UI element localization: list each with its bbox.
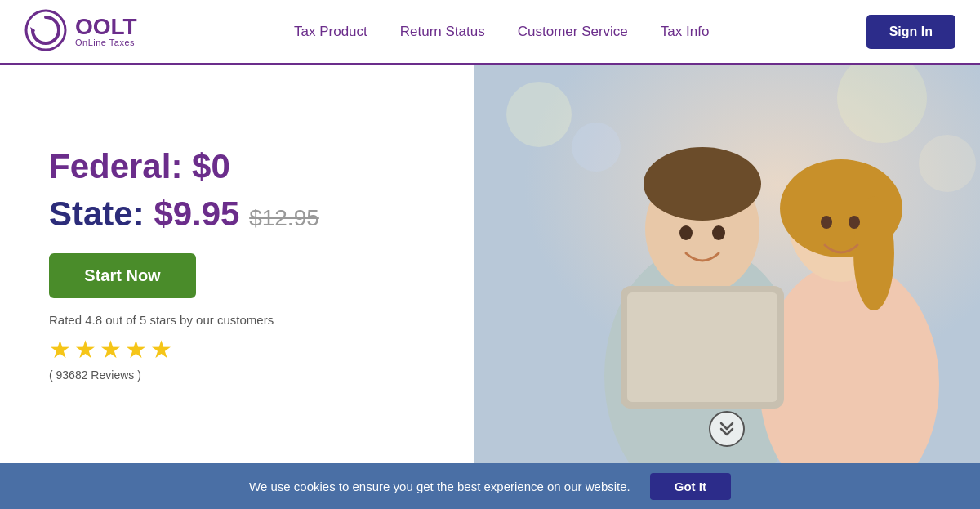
star-4: ★ [125, 335, 147, 364]
svg-point-16 [679, 225, 693, 240]
state-label: State: [49, 194, 145, 233]
logo-text: OOLT OnLine Taxes [75, 16, 137, 47]
start-now-button[interactable]: Start Now [49, 253, 196, 298]
nav-customer-service[interactable]: Customer Service [518, 24, 628, 40]
logo-tagline: OnLine Taxes [75, 38, 137, 47]
svg-point-5 [919, 135, 976, 192]
logo-icon [24, 9, 67, 55]
site-header: OOLT OnLine Taxes Tax Product Return Sta… [0, 0, 980, 65]
rating-text: Rated 4.8 out of 5 stars by our customer… [49, 313, 425, 327]
nav-tax-product[interactable]: Tax Product [294, 24, 368, 40]
hero-photo-overlay [474, 65, 980, 463]
svg-point-6 [572, 123, 621, 172]
nav-tax-info[interactable]: Tax Info [661, 24, 710, 40]
star-rating: ★ ★ ★ ★ ★ [49, 335, 425, 364]
svg-point-19 [849, 216, 860, 229]
svg-point-9 [644, 147, 761, 221]
svg-point-18 [821, 216, 832, 229]
svg-point-13 [853, 196, 894, 310]
state-new-price: $9.95 [154, 194, 239, 233]
cookie-message: We use cookies to ensure you get the bes… [249, 480, 630, 493]
hero-left-panel: Federal: $0 State: $9.95 $12.95 Start No… [0, 65, 474, 463]
federal-price: $0 [192, 147, 230, 185]
hero-svg-art [474, 65, 980, 463]
main-content: Federal: $0 State: $9.95 $12.95 Start No… [0, 65, 980, 463]
federal-price-line: Federal: $0 [49, 147, 425, 186]
state-price-line: State: $9.95 $12.95 [49, 194, 425, 234]
svg-point-17 [712, 225, 725, 240]
chevron-double-down-icon [718, 420, 736, 438]
got-it-button[interactable]: Got It [650, 473, 731, 500]
star-2: ★ [74, 335, 96, 364]
svg-point-3 [506, 82, 572, 147]
hero-image [474, 65, 980, 463]
star-5: ★ [150, 335, 172, 364]
signin-button[interactable]: Sign In [866, 15, 956, 49]
logo[interactable]: OOLT OnLine Taxes [24, 9, 137, 55]
state-old-price: $12.95 [249, 205, 319, 230]
nav-return-status[interactable]: Return Status [400, 24, 485, 40]
reviews-count: ( 93682 Reviews ) [49, 368, 425, 382]
logo-brand: OLT [93, 14, 137, 39]
federal-label: Federal: [49, 147, 182, 185]
cookie-banner: We use cookies to ensure you get the bes… [0, 463, 980, 509]
star-1: ★ [49, 335, 71, 364]
main-nav: Tax Product Return Status Customer Servi… [294, 24, 709, 40]
scroll-down-button[interactable] [709, 411, 745, 447]
star-3: ★ [100, 335, 122, 364]
svg-rect-15 [627, 292, 777, 402]
